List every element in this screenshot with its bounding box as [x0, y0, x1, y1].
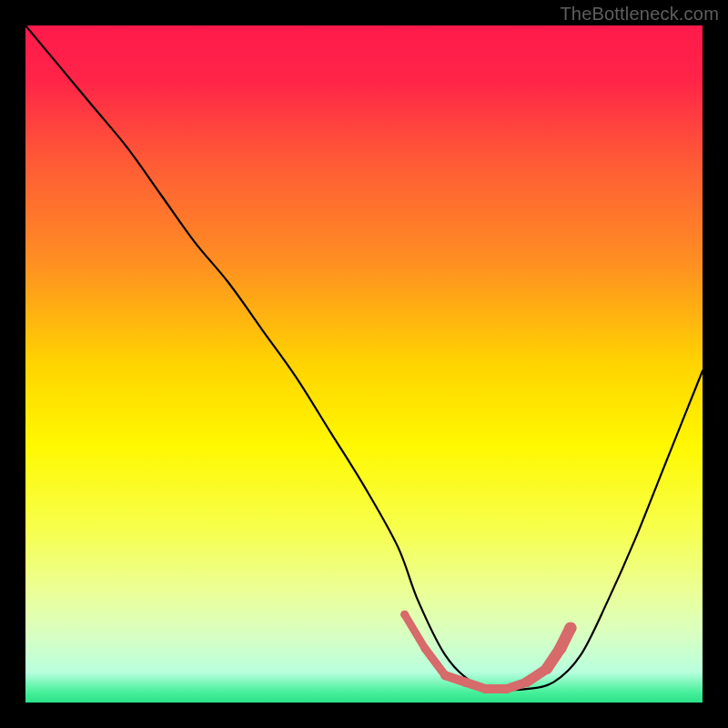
- highlight-dot: [554, 642, 566, 654]
- highlight-dot: [522, 678, 531, 687]
- highlight-dot: [541, 663, 552, 674]
- gradient-background: [25, 25, 703, 703]
- highlight-dot: [400, 611, 409, 619]
- highlight-dot: [461, 678, 470, 687]
- bottleneck-chart: [0, 0, 728, 728]
- chart-stage: TheBottleneck.com: [0, 0, 728, 728]
- highlight-dot: [481, 684, 490, 693]
- highlight-dot: [421, 644, 429, 652]
- highlight-dot: [564, 622, 576, 634]
- highlight-dot: [440, 671, 450, 680]
- highlight-dot: [501, 684, 511, 693]
